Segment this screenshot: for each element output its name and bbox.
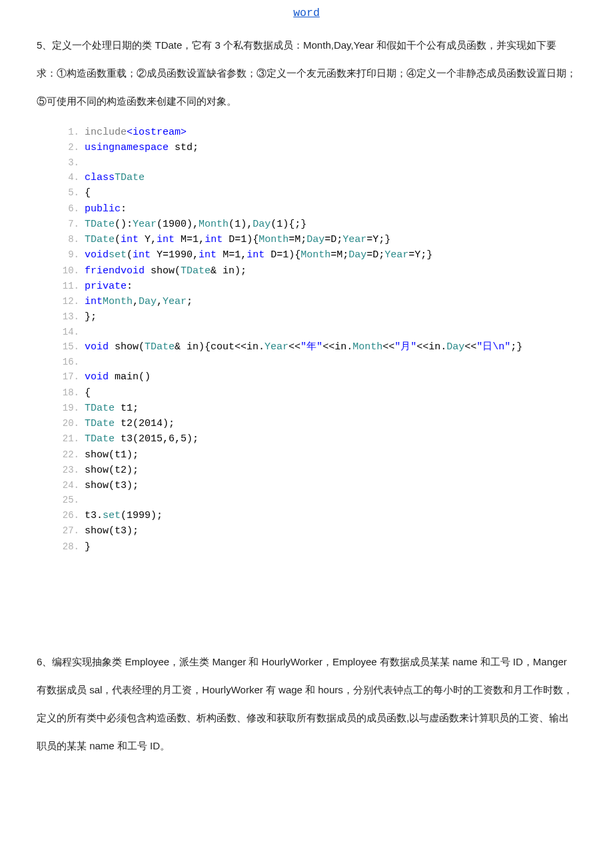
code-content: TDate(int Y,int M=1,int D=1){Month=M;Day… (85, 232, 390, 247)
line-number: 11. (57, 279, 79, 294)
line-number: 18. (57, 386, 79, 401)
code-line: 26.t3.set(1999); (57, 508, 576, 523)
code-line: 17.void main() (57, 369, 576, 385)
code-line: 28.} (57, 539, 576, 555)
code-content: public: (85, 201, 127, 217)
code-line: 21.TDate t3(2015,6,5); (57, 431, 576, 447)
code-content: include<iostream> (85, 125, 187, 140)
header-link[interactable]: word (37, 7, 576, 19)
line-number: 4. (57, 171, 79, 185)
line-number: 7. (57, 217, 79, 232)
code-content: voidset(int Y=1990,int M=1,int D=1){Mont… (85, 247, 432, 263)
line-number: 10. (57, 264, 79, 279)
question-5-text: 5、定义一个处理日期的类 TDate，它有 3 个私有数据成员：Month,Da… (37, 31, 576, 115)
line-number: 6. (57, 202, 79, 217)
code-line: 25. (57, 493, 576, 508)
code-line: 4.classTDate (57, 170, 576, 185)
code-line: 19.TDate t1; (57, 401, 576, 416)
line-number: 19. (57, 401, 79, 416)
code-line: 14. (57, 325, 576, 340)
line-number: 3. (57, 156, 79, 171)
code-line: 10.friendvoid show(TDate& in); (57, 263, 576, 279)
code-content: { (85, 385, 91, 401)
line-number: 1. (57, 125, 79, 140)
code-content: show(t3); (85, 523, 139, 539)
code-content: { (85, 185, 91, 201)
line-number: 16. (57, 355, 79, 370)
line-number: 22. (57, 448, 79, 463)
code-line: 5.{ (57, 185, 576, 201)
code-line: 1.include<iostream> (57, 125, 576, 140)
code-block: 1.include<iostream>2.usingnamespace std;… (57, 125, 576, 555)
line-number: 23. (57, 463, 79, 478)
code-line: 6.public: (57, 201, 576, 217)
code-content: TDate t2(2014); (85, 416, 175, 431)
code-content: friendvoid show(TDate& in); (85, 263, 247, 279)
line-number: 13. (57, 310, 79, 325)
line-number: 25. (57, 493, 79, 508)
code-line: 18.{ (57, 385, 576, 401)
code-line: 23.show(t2); (57, 463, 576, 478)
code-content: classTDate (85, 170, 145, 185)
code-line: 2.usingnamespace std; (57, 140, 576, 155)
line-number: 20. (57, 417, 79, 431)
code-content: private: (85, 279, 133, 294)
code-content: TDate():Year(1900),Month(1),Day(1){;} (85, 217, 306, 232)
code-line: 24.show(t3); (57, 478, 576, 493)
line-number: 12. (57, 295, 79, 309)
code-line: 22.show(t1); (57, 447, 576, 463)
line-number: 21. (57, 432, 79, 447)
line-number: 28. (57, 540, 79, 555)
code-line: 7.TDate():Year(1900),Month(1),Day(1){;} (57, 217, 576, 232)
code-line: 12.intMonth,Day,Year; (57, 294, 576, 309)
code-content: void main() (85, 369, 151, 385)
code-content: intMonth,Day,Year; (85, 294, 193, 309)
code-content: } (85, 539, 91, 555)
code-line: 3. (57, 156, 576, 171)
code-line: 9.voidset(int Y=1990,int M=1,int D=1){Mo… (57, 247, 576, 263)
code-content: t3.set(1999); (85, 508, 163, 523)
line-number: 8. (57, 233, 79, 247)
code-line: 15.void show(TDate& in){cout<<in.Year<<"… (57, 339, 576, 355)
code-content: TDate t1; (85, 401, 139, 416)
code-content: void show(TDate& in){cout<<in.Year<<"年"<… (85, 339, 522, 355)
line-number: 14. (57, 325, 79, 340)
line-number: 26. (57, 509, 79, 523)
code-content: show(t3); (85, 478, 139, 493)
code-line: 20.TDate t2(2014); (57, 416, 576, 431)
line-number: 27. (57, 524, 79, 539)
code-content: usingnamespace std; (85, 140, 199, 155)
code-line: 11.private: (57, 279, 576, 294)
line-number: 24. (57, 479, 79, 493)
line-number: 9. (57, 248, 79, 263)
code-content: show(t2); (85, 463, 139, 478)
code-content: TDate t3(2015,6,5); (85, 431, 199, 447)
code-line: 13.}; (57, 309, 576, 325)
code-line: 27.show(t3); (57, 523, 576, 539)
code-content: }; (85, 309, 97, 325)
line-number: 17. (57, 370, 79, 385)
line-number: 5. (57, 186, 79, 201)
line-number: 15. (57, 340, 79, 355)
code-line: 8.TDate(int Y,int M=1,int D=1){Month=M;D… (57, 232, 576, 247)
question-6-text: 6、编程实现抽象类 Employee，派生类 Manger 和 HourlyWo… (37, 648, 576, 760)
code-line: 16. (57, 355, 576, 370)
line-number: 2. (57, 141, 79, 155)
code-content: show(t1); (85, 447, 139, 463)
